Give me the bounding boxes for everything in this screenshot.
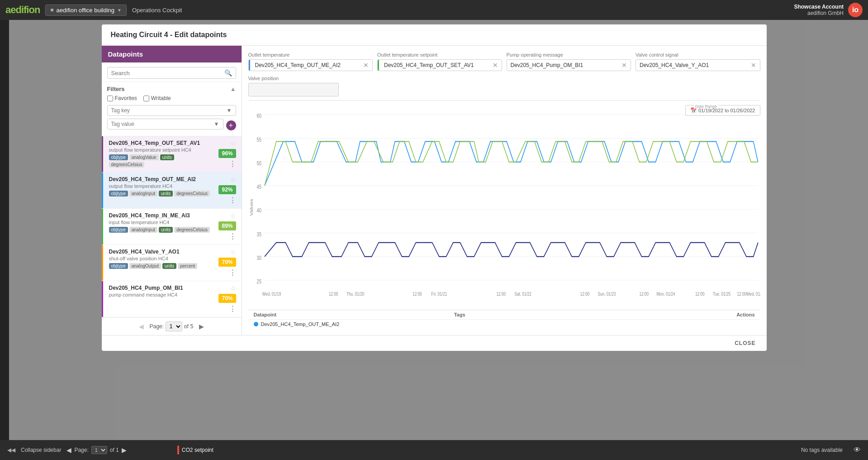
chevron-down-icon: ▼ — [117, 8, 122, 13]
topbar: aedifion ■ aedifion office building ▼ Op… — [0, 0, 868, 20]
account-info: Showcase Account aedifion GmbH — [794, 4, 844, 16]
user-avatar[interactable]: io — [848, 3, 863, 17]
logo-text: aedifion — [5, 4, 40, 15]
topbar-right: Showcase Account aedifion GmbH io — [794, 3, 863, 17]
building-selector[interactable]: ■ aedifion office building ▼ — [45, 5, 127, 16]
account-name: Showcase Account — [794, 4, 844, 10]
building-name: aedifion office building — [57, 7, 114, 14]
app-logo: aedifion — [5, 4, 40, 16]
company-name: aedifion GmbH — [794, 10, 844, 16]
nav-operations-cockpit[interactable]: Operations Cockpit — [132, 7, 182, 14]
